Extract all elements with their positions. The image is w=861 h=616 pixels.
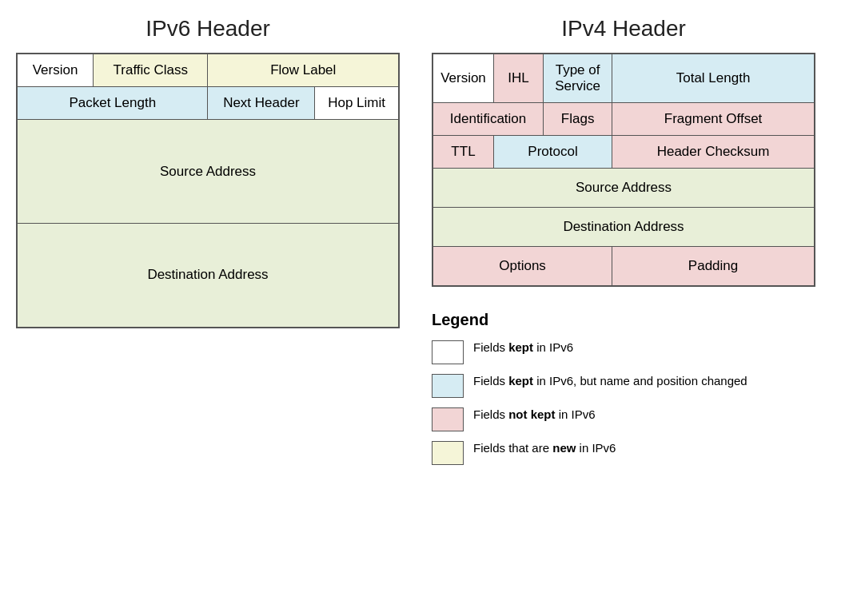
ipv4-row-6: Options Padding	[432, 247, 815, 287]
legend-box-white	[432, 340, 464, 364]
ipv4-legend-section: IPv4 Header Version IHL Type of Service …	[432, 16, 815, 473]
ipv6-destination-address: Destination Address	[17, 224, 399, 328]
ipv4-table: Version IHL Type of Service Total Length…	[432, 53, 815, 287]
ipv4-fragment-offset: Fragment Offset	[612, 103, 815, 136]
ipv4-header-checksum: Header Checksum	[612, 136, 815, 169]
ipv4-type-of-service: Type of Service	[544, 54, 612, 103]
legend-section: Legend Fields kept in IPv6 Fields kept i…	[432, 311, 815, 465]
legend-text-pink: Fields not kept in IPv6	[473, 406, 596, 423]
legend-box-lightblue	[432, 374, 464, 398]
ipv6-flow-label: Flow Label	[208, 54, 399, 87]
ipv4-version: Version	[432, 54, 493, 103]
legend-box-yellow	[432, 441, 464, 465]
ipv4-ttl: TTL	[432, 136, 493, 169]
legend-box-pink	[432, 407, 464, 431]
ipv4-row-4: Source Address	[432, 169, 815, 208]
ipv6-table: Version Traffic Class Flow Label Packet …	[16, 53, 400, 328]
ipv4-flags: Flags	[544, 103, 612, 136]
ipv6-traffic-class: Traffic Class	[94, 54, 208, 87]
ipv6-hop-limit: Hop Limit	[315, 87, 399, 120]
ipv4-padding: Padding	[612, 247, 815, 287]
legend-item-white: Fields kept in IPv6	[432, 339, 815, 364]
legend-text-white: Fields kept in IPv6	[473, 339, 573, 356]
ipv6-row-2: Packet Length Next Header Hop Limit	[17, 87, 399, 120]
ipv4-title: IPv4 Header	[432, 16, 815, 42]
ipv4-destination-address: Destination Address	[432, 208, 815, 247]
ipv4-ihl: IHL	[493, 54, 543, 103]
ipv6-version: Version	[17, 54, 94, 87]
ipv6-source-address: Source Address	[17, 120, 399, 224]
ipv4-options: Options	[432, 247, 612, 287]
ipv4-row-1: Version IHL Type of Service Total Length	[432, 54, 815, 103]
ipv6-title: IPv6 Header	[16, 16, 400, 42]
legend-title: Legend	[432, 311, 815, 329]
ipv4-identification: Identification	[432, 103, 544, 136]
legend-item-lightblue: Fields kept in IPv6, but name and positi…	[432, 372, 815, 398]
ipv6-next-header: Next Header	[208, 87, 315, 120]
ipv6-row-1: Version Traffic Class Flow Label	[17, 54, 399, 87]
ipv4-row-3: TTL Protocol Header Checksum	[432, 136, 815, 169]
legend-text-lightblue: Fields kept in IPv6, but name and positi…	[473, 372, 747, 389]
ipv6-row-3: Source Address	[17, 120, 399, 224]
legend-item-pink: Fields not kept in IPv6	[432, 406, 815, 431]
main-container: IPv6 Header Version Traffic Class Flow L…	[16, 16, 845, 473]
ipv4-protocol: Protocol	[493, 136, 612, 169]
ipv4-row-2: Identification Flags Fragment Offset	[432, 103, 815, 136]
legend-item-yellow: Fields that are new in IPv6	[432, 439, 815, 465]
ipv6-row-4: Destination Address	[17, 224, 399, 328]
ipv4-row-5: Destination Address	[432, 208, 815, 247]
ipv6-packet-length: Packet Length	[17, 87, 208, 120]
ipv6-section: IPv6 Header Version Traffic Class Flow L…	[16, 16, 400, 328]
legend-text-yellow: Fields that are new in IPv6	[473, 439, 616, 456]
ipv4-source-address: Source Address	[432, 169, 815, 208]
ipv4-total-length: Total Length	[612, 54, 815, 103]
